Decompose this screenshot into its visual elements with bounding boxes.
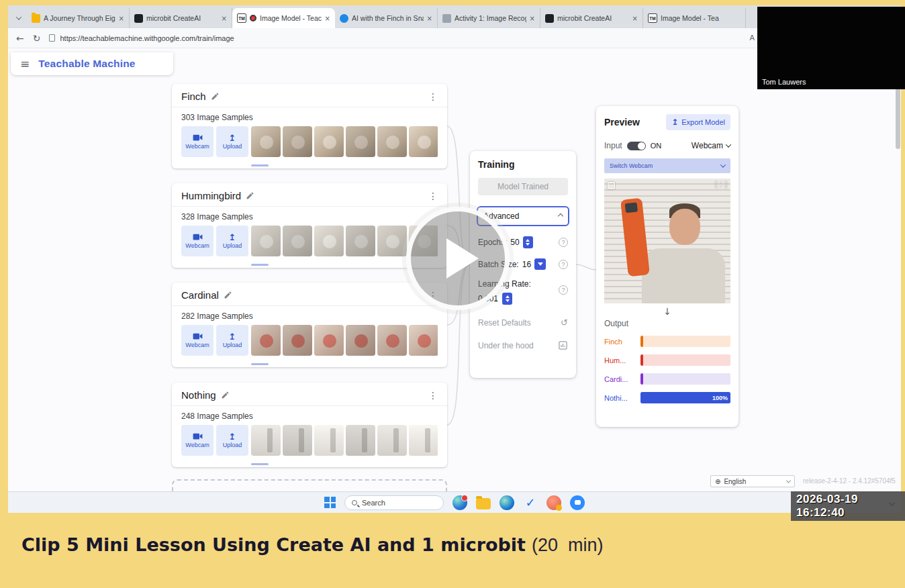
browser-tab-active[interactable]: TM Image Model - Teachable Ma × [232, 8, 335, 28]
under-the-hood-row[interactable]: Under the hood [478, 340, 568, 350]
close-icon[interactable]: × [530, 15, 535, 22]
camera-icon [193, 432, 203, 440]
flip-camera-icon[interactable] [608, 182, 615, 189]
sample-thumbnails[interactable] [251, 126, 438, 157]
page-info-icon[interactable] [49, 34, 55, 42]
thumbnail-scrollbar[interactable] [251, 363, 269, 365]
webcam-button[interactable]: Webcam [181, 126, 213, 157]
play-button[interactable] [406, 207, 510, 310]
edit-pencil-icon[interactable] [224, 291, 232, 299]
url-field[interactable]: https://teachablemachine.withgoogle.com/… [49, 34, 234, 42]
upload-button[interactable]: ↥ Upload [216, 425, 248, 456]
train-model-button[interactable]: Model Trained [478, 178, 568, 195]
windows-start-icon[interactable] [324, 497, 336, 508]
file-explorer-icon[interactable] [476, 498, 491, 509]
feed-options-icon[interactable]: [⋮] [715, 181, 727, 188]
help-icon[interactable]: ? [559, 238, 568, 247]
edge-browser-icon[interactable] [452, 495, 467, 510]
close-icon[interactable]: × [325, 15, 330, 22]
sample-thumbnail[interactable] [409, 425, 438, 456]
input-toggle[interactable] [627, 142, 646, 150]
sample-thumbnails[interactable] [251, 325, 438, 356]
sample-thumbnail[interactable] [377, 226, 407, 256]
browser-tab-5[interactable]: Activity 1: Image Recognition (Sna × [438, 8, 540, 28]
close-icon[interactable]: × [222, 15, 227, 22]
sample-thumbnail[interactable] [409, 325, 438, 356]
close-icon[interactable]: × [119, 15, 124, 22]
reset-defaults-row[interactable]: Reset Defaults ↺ [478, 317, 568, 328]
sample-thumbnail[interactable] [251, 226, 281, 256]
sample-thumbnail[interactable] [283, 226, 312, 256]
add-class-card[interactable] [172, 479, 447, 491]
webcam-button[interactable]: Webcam [181, 425, 213, 456]
batch-size-dropdown[interactable] [534, 258, 546, 270]
kebab-menu-icon[interactable]: ⋮ [428, 91, 438, 102]
language-selector[interactable]: ⊕ English [710, 475, 795, 487]
zoom-app-icon[interactable] [570, 495, 585, 510]
sample-thumbnail[interactable] [314, 126, 344, 157]
thumbnail-scrollbar[interactable] [251, 463, 269, 465]
sample-thumbnail[interactable] [377, 126, 407, 157]
webcam-button[interactable]: Webcam [181, 325, 213, 356]
sample-thumbnail[interactable] [377, 425, 407, 456]
taskbar-search[interactable]: Search [344, 495, 444, 510]
output-row-finch: Finch [604, 336, 730, 347]
hamburger-menu-icon[interactable]: ≡ [20, 57, 30, 70]
edit-pencil-icon[interactable] [211, 92, 220, 101]
page-scrollbar[interactable] [896, 48, 900, 491]
back-icon[interactable]: ← [16, 33, 24, 44]
sample-thumbnail[interactable] [314, 226, 344, 256]
sample-thumbnail[interactable] [251, 425, 281, 456]
class-name: Nothing [181, 389, 216, 401]
sample-thumbnail[interactable] [251, 126, 281, 157]
reload-icon[interactable]: ↻ [33, 33, 41, 44]
browser-tab-6[interactable]: microbit CreateAI × [540, 8, 643, 28]
sample-thumbnail[interactable] [346, 126, 375, 157]
read-aloud-icon[interactable]: A [749, 34, 755, 42]
switch-webcam-dropdown[interactable]: Switch Webcam [604, 158, 730, 173]
sample-thumbnail[interactable] [283, 325, 312, 356]
browser-tab-7[interactable]: TM Image Model - Tea [643, 8, 746, 28]
batch-size-value[interactable]: 16 [522, 260, 531, 269]
edit-pencil-icon[interactable] [221, 391, 230, 399]
todo-check-icon[interactable]: ✓ [523, 495, 538, 510]
thumbnail-scrollbar[interactable] [251, 164, 269, 166]
sample-thumbnail[interactable] [283, 126, 312, 157]
webcam-button[interactable]: Webcam [181, 226, 213, 256]
edit-pencil-icon[interactable] [246, 191, 254, 200]
export-model-button[interactable]: ↥ Export Model [666, 114, 730, 130]
browser-icon[interactable] [499, 495, 514, 510]
learning-rate-stepper[interactable] [502, 293, 512, 305]
help-icon[interactable]: ? [559, 260, 568, 269]
sample-thumbnail[interactable] [346, 226, 375, 256]
upload-button[interactable]: ↥ Upload [216, 325, 248, 356]
input-source-dropdown[interactable]: Webcam [692, 141, 730, 150]
sample-thumbnail[interactable] [283, 425, 312, 456]
upload-button[interactable]: ↥ Upload [216, 226, 248, 256]
finch-robot [620, 197, 650, 277]
close-icon[interactable]: × [427, 15, 432, 22]
sample-thumbnail[interactable] [251, 325, 281, 356]
epochs-stepper[interactable] [523, 236, 533, 248]
recording-indicator-icon [250, 15, 256, 21]
upload-button[interactable]: ↥ Upload [216, 126, 248, 157]
tab-search-button[interactable] [11, 9, 27, 28]
sample-thumbnail[interactable] [314, 425, 344, 456]
kebab-menu-icon[interactable]: ⋮ [428, 390, 438, 401]
browser-tab-4[interactable]: AI with the Finch in Snap! - BirdBr × [335, 8, 438, 28]
help-icon[interactable]: ? [559, 285, 568, 295]
upload-icon: ↥ [229, 333, 236, 340]
contacts-app-icon[interactable] [546, 495, 561, 510]
browser-tab-2[interactable]: microbit CreateAI × [130, 8, 232, 28]
sample-thumbnail[interactable] [314, 325, 344, 356]
thumbnail-scrollbar[interactable] [251, 264, 269, 266]
sample-thumbnail[interactable] [346, 425, 375, 456]
close-icon[interactable]: × [632, 15, 638, 22]
kebab-menu-icon[interactable]: ⋮ [428, 191, 438, 201]
sample-thumbnails[interactable] [251, 425, 438, 456]
epochs-value[interactable]: 50 [510, 238, 519, 247]
sample-thumbnail[interactable] [409, 126, 438, 157]
browser-tab-1[interactable]: A Journey Through Eight Practical × [27, 8, 130, 28]
sample-thumbnail[interactable] [377, 325, 407, 356]
sample-thumbnail[interactable] [346, 325, 375, 356]
